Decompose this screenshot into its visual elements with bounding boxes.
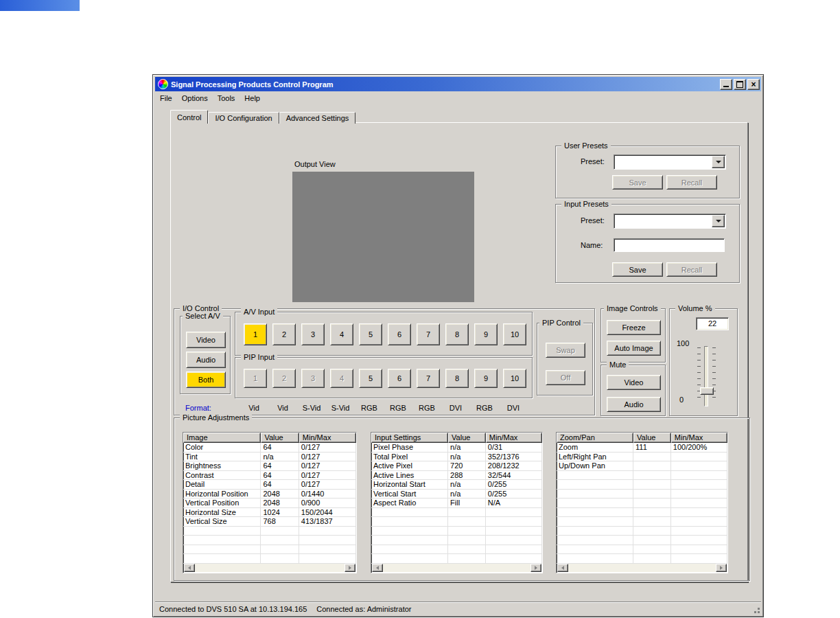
pip-off-button[interactable]: Off <box>546 370 585 385</box>
column-header[interactable]: Value <box>633 433 671 443</box>
table-row[interactable]: Active Pixel720208/1232 <box>371 461 542 471</box>
scroll-right-arrow[interactable] <box>530 564 541 572</box>
column-header[interactable]: Zoom/Pan <box>557 433 633 443</box>
title-bar[interactable]: Signal Processing Products Control Progr… <box>155 77 761 91</box>
mute-audio-button[interactable]: Audio <box>607 397 661 412</box>
av-input-button-2[interactable]: 2 <box>272 323 296 345</box>
table-row[interactable] <box>557 480 727 490</box>
horizontal-scrollbar[interactable] <box>557 564 727 572</box>
av-input-button-10[interactable]: 10 <box>503 323 526 345</box>
horizontal-scrollbar[interactable] <box>372 564 541 572</box>
maximize-button[interactable] <box>734 79 746 90</box>
pip-input-button-6[interactable]: 6 <box>388 369 411 388</box>
close-button[interactable]: × <box>747 79 760 90</box>
tab-control[interactable]: Control <box>170 110 208 124</box>
table-row[interactable]: Detail640/127 <box>183 480 356 490</box>
volume-slider-thumb[interactable] <box>700 387 714 395</box>
av-input-button-1[interactable]: 1 <box>244 323 267 345</box>
table-row[interactable] <box>183 554 356 564</box>
table-row[interactable]: Total Pixeln/a352/1376 <box>371 453 542 462</box>
pip-input-button-4[interactable]: 4 <box>330 369 353 388</box>
table-row[interactable]: Vertical Size768413/1837 <box>183 517 356 527</box>
column-header[interactable]: Image <box>183 433 261 443</box>
pip-input-button-2[interactable]: 2 <box>272 369 296 388</box>
input-preset-combobox[interactable] <box>614 214 726 229</box>
pip-input-button-5[interactable]: 5 <box>359 369 382 388</box>
av-input-button-3[interactable]: 3 <box>301 323 325 345</box>
freeze-button[interactable]: Freeze <box>607 320 661 335</box>
pip-input-button-10[interactable]: 10 <box>503 369 526 388</box>
table-row[interactable] <box>371 554 542 564</box>
menu-file[interactable]: File <box>155 93 177 104</box>
pip-input-button-3[interactable]: 3 <box>301 369 325 388</box>
av-input-button-5[interactable]: 5 <box>359 323 382 345</box>
pip-input-button-8[interactable]: 8 <box>445 369 469 388</box>
table-row[interactable] <box>557 471 727 481</box>
column-header[interactable]: Min/Max <box>299 433 356 443</box>
table-row[interactable] <box>557 499 727 508</box>
mute-video-button[interactable]: Video <box>607 375 661 390</box>
table-row[interactable] <box>183 536 356 545</box>
select-both-button[interactable]: Both <box>186 371 226 388</box>
table-row[interactable] <box>183 527 356 536</box>
table-row[interactable] <box>557 490 727 499</box>
user-preset-recall-button[interactable]: Recall <box>666 175 717 190</box>
tab-io-configuration[interactable]: I/O Configuration <box>208 112 279 124</box>
resize-grip-icon[interactable] <box>758 611 760 613</box>
av-input-button-9[interactable]: 9 <box>474 323 498 345</box>
table-row[interactable]: Zoom111100/200% <box>557 443 727 453</box>
scroll-left-arrow[interactable] <box>372 564 383 572</box>
table-row[interactable] <box>557 536 727 545</box>
volume-slider-track[interactable] <box>704 346 708 407</box>
column-header[interactable]: Value <box>448 433 486 443</box>
pip-input-button-9[interactable]: 9 <box>474 369 498 388</box>
input-settings-table[interactable]: Input SettingsValueMin/MaxPixel Phasen/a… <box>371 432 543 573</box>
table-row[interactable]: Aspect RatioFillN/A <box>371 499 542 508</box>
user-preset-combobox[interactable] <box>614 154 726 170</box>
table-row[interactable]: Contrast640/127 <box>183 471 356 481</box>
table-row[interactable]: Tintn/a0/127 <box>183 453 356 462</box>
column-header[interactable]: Input Settings <box>371 433 448 443</box>
table-row[interactable]: Up/Down Pan <box>557 461 727 471</box>
table-row[interactable] <box>371 527 542 536</box>
menu-options[interactable]: Options <box>177 93 213 104</box>
table-row[interactable]: Pixel Phasen/a0/31 <box>371 443 542 453</box>
minimize-button[interactable] <box>720 79 732 90</box>
table-row[interactable]: Horizontal Startn/a0/255 <box>371 480 542 490</box>
table-row[interactable]: Brightness640/127 <box>183 461 356 471</box>
menu-help[interactable]: Help <box>240 93 265 104</box>
table-row[interactable] <box>557 508 727 518</box>
table-row[interactable] <box>557 517 727 527</box>
table-row[interactable] <box>371 517 542 527</box>
select-audio-button[interactable]: Audio <box>186 352 226 368</box>
zoom-pan-table[interactable]: Zoom/PanValueMin/MaxZoom111100/200%Left/… <box>556 432 728 573</box>
auto-image-button[interactable]: Auto Image <box>607 341 661 356</box>
input-preset-save-button[interactable]: Save <box>612 262 663 277</box>
user-preset-save-button[interactable]: Save <box>612 175 663 190</box>
table-row[interactable]: Vertical Position20480/900 <box>183 499 356 508</box>
user-preset-dropdown-button[interactable] <box>712 156 725 168</box>
horizontal-scrollbar[interactable] <box>184 564 355 572</box>
input-preset-dropdown-button[interactable] <box>712 215 725 227</box>
av-input-button-8[interactable]: 8 <box>445 323 469 345</box>
table-row[interactable]: Vertical Startn/a0/255 <box>371 490 542 499</box>
table-row[interactable]: Horizontal Position20480/1440 <box>183 490 356 499</box>
column-header[interactable]: Min/Max <box>671 433 727 443</box>
scroll-right-arrow[interactable] <box>716 564 727 572</box>
table-row[interactable] <box>557 554 727 564</box>
table-row[interactable]: Left/Right Pan <box>557 453 727 462</box>
pip-input-button-1[interactable]: 1 <box>244 369 267 388</box>
table-row[interactable] <box>557 545 727 555</box>
input-preset-recall-button[interactable]: Recall <box>666 262 717 277</box>
table-row[interactable]: Color640/127 <box>183 443 356 453</box>
scroll-left-arrow[interactable] <box>184 564 195 572</box>
av-input-button-4[interactable]: 4 <box>330 323 353 345</box>
table-row[interactable] <box>371 545 542 555</box>
menu-tools[interactable]: Tools <box>213 93 240 104</box>
table-row[interactable]: Active Lines28832/544 <box>371 471 542 481</box>
scroll-right-arrow[interactable] <box>345 564 355 572</box>
preset-name-input[interactable] <box>614 238 725 252</box>
table-row[interactable] <box>557 527 727 536</box>
table-row[interactable]: Horizontal Size1024150/2044 <box>183 508 356 518</box>
pip-input-button-7[interactable]: 7 <box>417 369 440 388</box>
